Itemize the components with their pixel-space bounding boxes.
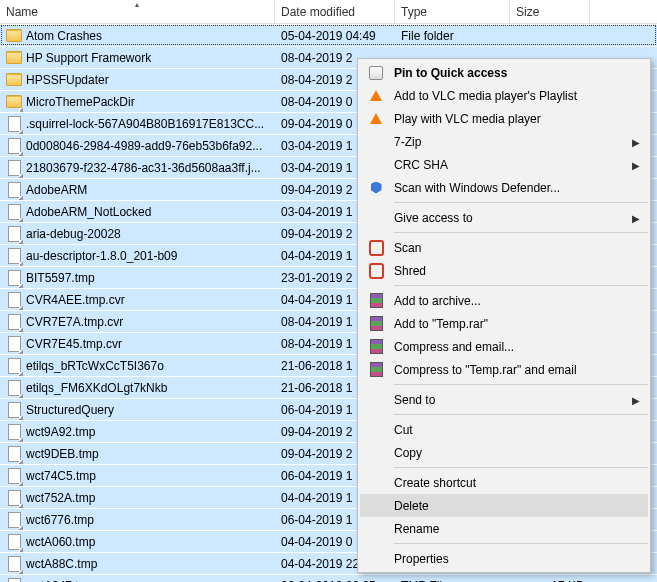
menu-icon xyxy=(364,551,388,567)
menu-item-label: Properties xyxy=(394,552,628,566)
chevron-right-icon: ▶ xyxy=(632,212,640,223)
menu-separator xyxy=(394,543,648,544)
menu-item-label: Cut xyxy=(394,423,628,437)
menu-item-shred[interactable]: Shred xyxy=(360,259,648,282)
file-name: CVR7E45.tmp.cvr xyxy=(26,337,122,351)
chevron-right-icon: ▶ xyxy=(632,394,640,405)
menu-item-compress-and-email[interactable]: Compress and email... xyxy=(360,335,648,358)
column-header-name[interactable]: Name ▴ xyxy=(0,0,275,23)
menu-separator xyxy=(394,467,648,468)
menu-item-label: Copy xyxy=(394,446,628,460)
menu-item-label: Delete xyxy=(394,499,628,513)
def-icon xyxy=(371,182,382,194)
column-header-date-label: Date modified xyxy=(281,5,355,19)
menu-icon xyxy=(364,134,388,150)
menu-item-create-shortcut[interactable]: Create shortcut xyxy=(360,471,648,494)
column-header-size[interactable]: Size xyxy=(510,0,590,23)
m-icon xyxy=(369,240,384,256)
menu-item-delete[interactable]: Delete xyxy=(360,494,648,517)
menu-item-give-access-to[interactable]: Give access to▶ xyxy=(360,206,648,229)
file-name: AdobeARM xyxy=(26,183,87,197)
menu-icon xyxy=(364,521,388,537)
menu-icon xyxy=(364,498,388,514)
file-name: wct74C5.tmp xyxy=(26,469,96,483)
file-name: BIT5597.tmp xyxy=(26,271,95,285)
menu-item-label: 7-Zip xyxy=(394,135,628,149)
file-type: TMP File xyxy=(395,579,510,583)
menu-item-add-to-archive[interactable]: Add to archive... xyxy=(360,289,648,312)
menu-item-label: Play with VLC media player xyxy=(394,112,628,126)
menu-icon xyxy=(364,210,388,226)
folder-icon xyxy=(6,50,22,66)
file-name: etilqs_FM6XKdOLgt7kNkb xyxy=(26,381,167,395)
menu-separator xyxy=(394,202,648,203)
file-name: MicroThemePackDir xyxy=(26,95,135,109)
menu-item-add-to-vlc-media-player-s-playlist[interactable]: Add to VLC media player's Playlist xyxy=(360,84,648,107)
menu-separator xyxy=(394,384,648,385)
file-name: .squirrel-lock-567A904B80B16917E813CC... xyxy=(26,117,264,131)
file-name: wctA88C.tmp xyxy=(26,557,97,571)
menu-item-scan[interactable]: Scan xyxy=(360,236,648,259)
folder-icon xyxy=(6,28,22,44)
rar-icon xyxy=(370,339,383,354)
vlc-icon xyxy=(370,90,382,101)
menu-item-crc-sha[interactable]: CRC SHA▶ xyxy=(360,153,648,176)
file-name: 0d008046-2984-4989-add9-76eb53b6fa92... xyxy=(26,139,262,153)
menu-item-scan-with-windows-defender[interactable]: Scan with Windows Defender... xyxy=(360,176,648,199)
menu-item-copy[interactable]: Copy xyxy=(360,441,648,464)
menu-item-pin-to-quick-access[interactable]: Pin to Quick access xyxy=(360,61,648,84)
table-row[interactable]: Atom Crashes05-04-2019 04:49File folder xyxy=(0,24,657,46)
menu-icon xyxy=(364,316,388,332)
file-date: 05-04-2019 04:49 xyxy=(275,29,395,43)
menu-item-add-to-temp-rar[interactable]: Add to "Temp.rar" xyxy=(360,312,648,335)
file-name: AdobeARM_NotLocked xyxy=(26,205,151,219)
menu-item-play-with-vlc-media-player[interactable]: Play with VLC media player xyxy=(360,107,648,130)
folder-icon xyxy=(6,72,22,88)
sort-asc-icon: ▴ xyxy=(135,0,139,9)
table-row[interactable]: wctA947.tmp06-04-2019 00:05TMP File17 KB xyxy=(0,574,657,582)
file-name: wct752A.tmp xyxy=(26,491,95,505)
file-name: HPSSFUpdater xyxy=(26,73,109,87)
menu-item-label: CRC SHA xyxy=(394,158,628,172)
file-name: CVR7E7A.tmp.cvr xyxy=(26,315,123,329)
menu-item-label: Shred xyxy=(394,264,628,278)
menu-icon xyxy=(364,65,388,81)
menu-icon xyxy=(364,475,388,491)
file-name: StructuredQuery xyxy=(26,403,114,417)
vlc-icon xyxy=(370,113,382,124)
column-header-size-label: Size xyxy=(516,5,539,19)
menu-item-label: Add to "Temp.rar" xyxy=(394,317,628,331)
menu-item-compress-to-temp-rar-and-email[interactable]: Compress to "Temp.rar" and email xyxy=(360,358,648,381)
menu-item-cut[interactable]: Cut xyxy=(360,418,648,441)
rar-icon xyxy=(370,316,383,331)
file-name: HP Support Framework xyxy=(26,51,151,65)
menu-icon xyxy=(364,293,388,309)
menu-item-label: Add to VLC media player's Playlist xyxy=(394,89,628,103)
file-name: wctA947.tmp xyxy=(26,579,95,583)
column-header-type[interactable]: Type xyxy=(395,0,510,23)
menu-item-label: Give access to xyxy=(394,211,628,225)
menu-icon xyxy=(364,445,388,461)
menu-item-7-zip[interactable]: 7-Zip▶ xyxy=(360,130,648,153)
menu-icon xyxy=(364,392,388,408)
file-type: File folder xyxy=(395,29,510,43)
menu-item-label: Send to xyxy=(394,393,628,407)
menu-item-label: Compress to "Temp.rar" and email xyxy=(394,363,628,377)
file-icon xyxy=(6,578,22,583)
column-header-date[interactable]: Date modified xyxy=(275,0,395,23)
menu-separator xyxy=(394,414,648,415)
file-name: au-descriptor-1.8.0_201-b09 xyxy=(26,249,177,263)
menu-item-send-to[interactable]: Send to▶ xyxy=(360,388,648,411)
file-name: wct6776.tmp xyxy=(26,513,94,527)
rar-icon xyxy=(370,293,383,308)
menu-item-rename[interactable]: Rename xyxy=(360,517,648,540)
chevron-right-icon: ▶ xyxy=(632,136,640,147)
menu-icon xyxy=(364,362,388,378)
menu-item-label: Rename xyxy=(394,522,628,536)
m-icon xyxy=(369,263,384,279)
file-name: Atom Crashes xyxy=(26,29,102,43)
menu-icon xyxy=(364,180,388,196)
column-header-row: Name ▴ Date modified Type Size xyxy=(0,0,657,24)
menu-item-properties[interactable]: Properties xyxy=(360,547,648,570)
rar-icon xyxy=(370,362,383,377)
